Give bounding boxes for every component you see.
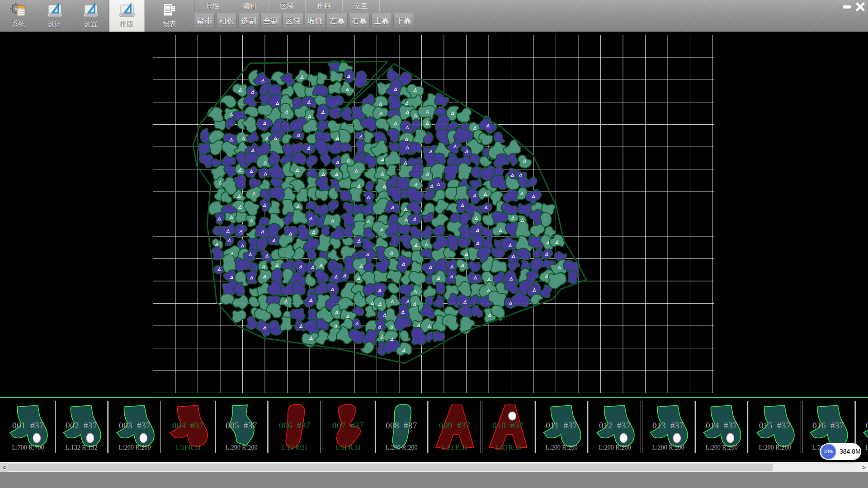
ruler-laptop-icon	[82, 2, 100, 19]
nav-button-label: 设计	[48, 20, 61, 28]
tool-button-2[interactable]: 相机	[216, 14, 237, 28]
tool-button-row: 聚排相机选割全割区域瑕疵左靠右靠上靠下靠	[194, 14, 414, 28]
piece-id-label: 015_#37	[749, 421, 801, 431]
tool-button-1[interactable]: 聚排	[194, 14, 215, 28]
thumbnail-item[interactable]: 009_#37L:32 R:31	[429, 401, 481, 453]
memory-usage: 384.8M	[840, 443, 861, 460]
scrollbar-thumb[interactable]	[8, 464, 773, 471]
tool-button-3[interactable]: 选割	[238, 14, 259, 28]
nav-button-3[interactable]: 设置	[73, 0, 108, 32]
menu-tab-5[interactable]: 交互	[343, 0, 380, 12]
nav-button-label: 排版	[120, 20, 134, 28]
piece-id-label: 010_#37	[482, 421, 534, 431]
piece-lr-count: L:200 R:200	[376, 444, 427, 451]
piece-lr-count: L:200 R:200	[589, 444, 641, 451]
thumbnail-item[interactable]: 006_#37L:21 R:21	[269, 401, 321, 453]
piece-id-label: 002_#37	[56, 421, 107, 431]
report-document-icon	[160, 2, 179, 19]
top-toolbar: 系统设计设置排版报表 属性编辑区域排料交互 聚排相机选割全割区域瑕疵左靠右靠上靠…	[0, 0, 868, 32]
thumbnail-item[interactable]: 005_#37L:200 R:200	[215, 401, 268, 453]
piece-id-label: 016_#37	[802, 421, 854, 431]
thumbnail-item[interactable]: 001_#37L:700 R:700	[2, 401, 54, 453]
thumbnail-item[interactable]: 013_#37L:200 R:200	[642, 401, 694, 453]
piece-lr-count: L:700 R:700	[2, 444, 54, 451]
tool-button-5[interactable]: 区域	[283, 14, 303, 28]
piece-id-label: 003_#37	[109, 421, 160, 431]
piece-lr-count: L:200 R:200	[109, 444, 160, 451]
progress-indicator: 38% 384.8M	[820, 443, 861, 460]
piece-id-label: 012_#37	[589, 421, 641, 431]
menu-tab-3[interactable]: 区域	[269, 0, 306, 12]
minimize-icon	[843, 5, 851, 9]
thumbnail-item[interactable]: 008_#37L:200 R:200	[375, 401, 428, 453]
piece-id-label: 004_#37	[162, 421, 214, 431]
piece-lr-count: L:200 R:200	[216, 444, 267, 451]
tool-button-9[interactable]: 上靠	[371, 14, 392, 28]
piece-id-label: 006_#37	[269, 421, 321, 431]
thumbnail-item[interactable]: 014_#37L:200 R:200	[695, 401, 748, 453]
menu-tab-4[interactable]: 排料	[306, 0, 343, 12]
piece-lr-count: L:132 R:132	[56, 444, 107, 451]
piece-lr-count: L:21 R:21	[269, 444, 321, 451]
ruler-laptop-icon	[46, 2, 64, 19]
nav-button-1[interactable]: 系统	[1, 0, 36, 32]
nav-button-label: 报表	[163, 20, 176, 28]
progress-circle: 38%	[821, 444, 836, 460]
piece-id-label: 009_#37	[429, 421, 481, 431]
progress-percent: 38%	[824, 449, 833, 454]
piece-id-label: 005_#37	[216, 421, 267, 431]
piece-id-label: 001_#37	[2, 421, 54, 431]
piece-id-label: 007_#37	[322, 421, 374, 431]
thumbnail-item[interactable]: 011_#37L:200 R:200	[535, 401, 588, 453]
nav-button-5[interactable]: 报表	[152, 0, 187, 32]
tool-button-8[interactable]: 右靠	[349, 14, 370, 28]
nav-button-4[interactable]: 排版	[109, 0, 145, 32]
scroll-right-button[interactable]: >	[860, 463, 868, 472]
ruler-laptop-icon	[118, 2, 136, 19]
thumbnail-item[interactable]: 004_#37L:31 R:31	[162, 401, 214, 453]
close-button[interactable]	[854, 1, 867, 13]
scroll-left-button[interactable]: <	[0, 463, 8, 472]
thumbnail-item[interactable]: 015_#37L:200 R:200	[749, 401, 801, 453]
thumbnail-item[interactable]: 007_#37L:31 R:31	[322, 401, 374, 453]
piece-lr-count: L:31 R:31	[162, 444, 214, 451]
piece-lr-count: L:33 R:33	[482, 444, 534, 451]
thumbnail-item[interactable]: 002_#37L:132 R:132	[55, 401, 108, 453]
app-window: 系统设计设置排版报表 属性编辑区域排料交互 聚排相机选割全割区域瑕疵左靠右靠上靠…	[0, 0, 868, 488]
piece-id-label: 011_#37	[536, 421, 587, 431]
piece-id-label: 017_#37	[856, 421, 868, 431]
tool-button-10[interactable]: 下靠	[393, 14, 414, 28]
system-gear-icon	[9, 2, 28, 19]
nav-button-2[interactable]: 设计	[37, 0, 72, 32]
piece-thumbnail-strip: 001_#37L:700 R:700002_#37L:132 R:132003_…	[0, 398, 868, 462]
window-controls	[840, 1, 867, 13]
piece-lr-count: L:200 R:200	[696, 444, 747, 451]
tool-button-7[interactable]: 左靠	[327, 14, 348, 28]
close-icon	[855, 2, 865, 12]
piece-lr-count: L:200 R:200	[642, 444, 694, 451]
nav-button-label: 设置	[84, 20, 98, 28]
tool-button-6[interactable]: 瑕疵	[305, 14, 326, 28]
nesting-canvas[interactable]	[151, 32, 716, 397]
piece-lr-count: L:200 R:200	[749, 444, 801, 451]
thumbnail-item[interactable]: 003_#37L:200 R:200	[108, 401, 161, 453]
minimize-button[interactable]	[840, 1, 854, 13]
piece-id-label: 008_#37	[376, 421, 427, 431]
menu-tab-row: 属性编辑区域排料交互	[194, 0, 868, 12]
thumbnail-item[interactable]: 012_#37L:200 R:200	[589, 401, 641, 453]
horizontal-scrollbar[interactable]: < >	[0, 462, 868, 472]
piece-id-label: 013_#37	[642, 421, 694, 431]
nesting-workspace	[0, 32, 868, 397]
piece-lr-count: L:31 R:31	[322, 444, 374, 451]
piece-lr-count: L:32 R:31	[429, 444, 481, 451]
status-bar	[0, 472, 868, 488]
menu-tab-1[interactable]: 属性	[194, 0, 231, 12]
tool-button-4[interactable]: 全割	[260, 14, 281, 28]
menu-tab-2[interactable]: 编辑	[231, 0, 269, 12]
thumbnail-item[interactable]: 010_#37L:33 R:33	[482, 401, 534, 453]
piece-id-label: 014_#37	[696, 421, 747, 431]
nav-button-label: 系统	[12, 20, 25, 28]
piece-lr-count: L:200 R:200	[536, 444, 587, 451]
